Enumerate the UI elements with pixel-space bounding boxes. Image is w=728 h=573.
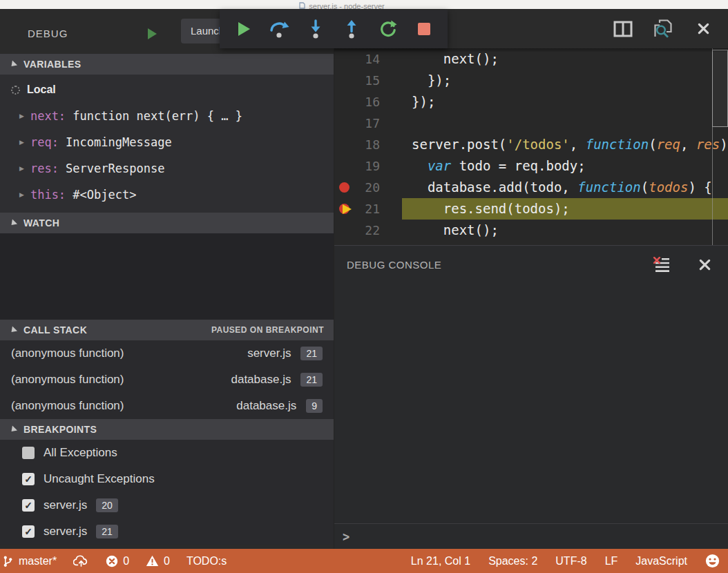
statusbar-item-0[interactable]: 0 xyxy=(106,555,129,567)
statusbar-label: master* xyxy=(19,555,57,567)
statusbar-label: JavaScript xyxy=(635,555,687,567)
section-header-breakpoints[interactable]: BREAKPOINTS xyxy=(0,419,334,440)
callstack-frame-row[interactable]: (anonymous function)database.js9 xyxy=(0,393,334,419)
section-header-call-stack[interactable]: CALL STACK PAUSED ON BREAKPOINT xyxy=(0,320,334,340)
chevron-right-icon: ▶ xyxy=(19,191,24,198)
frame-name: (anonymous function) xyxy=(11,373,231,387)
code-text[interactable]: database.add(todo, function(todos) { xyxy=(402,177,728,198)
debug-restart-button[interactable] xyxy=(376,17,399,41)
close-icon[interactable] xyxy=(692,18,714,40)
debug-step-over-button[interactable] xyxy=(267,17,291,41)
debug-step-into-button[interactable] xyxy=(304,17,327,41)
variables-list: Local ▶next: function next(err) { … }▶re… xyxy=(0,75,334,213)
statusbar-item-utf-8[interactable]: UTF-8 xyxy=(555,555,586,567)
call-stack-list: (anonymous function)server.js21(anonymou… xyxy=(0,340,334,419)
statusbar-item-lf[interactable]: LF xyxy=(605,555,618,567)
breakpoint-checkbox[interactable]: ✓ xyxy=(22,525,35,538)
breakpoint-row[interactable]: ✓server.js20 xyxy=(0,492,334,518)
code-line[interactable]: 14 next(); xyxy=(334,48,728,70)
code-line[interactable]: 15 }); xyxy=(334,70,728,91)
section-header-watch[interactable]: WATCH xyxy=(0,213,334,233)
code-line[interactable]: 20 database.add(todo, function(todos) { xyxy=(334,177,728,198)
statusbar-item-todo-s[interactable]: TODO:s xyxy=(186,555,227,567)
statusbar-item-javascript[interactable]: JavaScript xyxy=(635,555,687,567)
scope-label: Local xyxy=(27,84,56,96)
debug-console-output[interactable] xyxy=(334,284,728,523)
code-text[interactable]: next(); xyxy=(402,220,728,241)
code-token: ) { xyxy=(688,179,711,195)
breakpoint-gutter[interactable] xyxy=(334,91,355,113)
statusbar-item-cloud-upload[interactable] xyxy=(73,555,89,567)
code-line[interactable]: 18server.post('/todos', function(req, re… xyxy=(334,134,728,155)
breakpoint-checkbox[interactable]: ✓ xyxy=(22,473,35,485)
code-text[interactable]: var todo = req.body; xyxy=(402,155,728,177)
debug-console-input[interactable]: > xyxy=(334,523,728,549)
code-token: '/todos' xyxy=(506,137,570,152)
code-text[interactable]: }); xyxy=(402,91,728,113)
statusbar-item-ln-21-col-1[interactable]: Ln 21, Col 1 xyxy=(411,555,470,567)
close-icon[interactable] xyxy=(693,253,716,275)
variable-value: IncomingMessage xyxy=(59,135,172,149)
statusbar-item-spaces-2[interactable]: Spaces: 2 xyxy=(488,555,537,567)
code-token: res.send(todos); xyxy=(443,201,570,216)
breakpoint-gutter[interactable] xyxy=(334,155,355,177)
clear-console-icon[interactable] xyxy=(651,253,673,275)
code-text[interactable]: }); xyxy=(402,70,728,91)
callstack-frame-row[interactable]: (anonymous function)database.js21 xyxy=(0,367,334,393)
breakpoint-gutter[interactable] xyxy=(334,177,355,198)
breakpoint-row[interactable]: ✓server.js21 xyxy=(0,518,334,545)
variable-value: function next(err) { … } xyxy=(66,109,242,123)
code-line[interactable]: 19 var todo = req.body; xyxy=(334,155,728,177)
statusbar-item-smiley[interactable] xyxy=(705,554,720,568)
debug-step-out-button[interactable] xyxy=(340,17,363,41)
code-token: req xyxy=(657,137,680,152)
variable-row[interactable]: ▶req: IncomingMessage xyxy=(0,129,334,155)
debug-continue-button[interactable] xyxy=(231,17,255,41)
debug-console-title: DEBUG CONSOLE xyxy=(347,259,630,271)
frame-line-badge: 21 xyxy=(300,373,323,387)
debug-toolbar[interactable] xyxy=(220,10,448,48)
breakpoint-row[interactable]: All Exceptions xyxy=(0,440,334,466)
code-text[interactable]: server.post('/todos', function(req, res)… xyxy=(402,134,728,155)
code-line[interactable]: 16}); xyxy=(334,91,728,113)
code-text[interactable]: res.send(todos); xyxy=(402,198,728,220)
variable-row[interactable]: ▶res: ServerResponse xyxy=(0,155,334,182)
breakpoint-checkbox[interactable]: ✓ xyxy=(22,499,35,512)
debug-stop-button[interactable] xyxy=(412,17,436,41)
statusbar-item-0[interactable]: 0 xyxy=(146,555,170,567)
breakpoint-label: server.js xyxy=(44,525,87,538)
breakpoint-checkbox[interactable] xyxy=(22,447,35,459)
breakpoint-gutter[interactable] xyxy=(334,113,355,134)
breakpoint-gutter[interactable] xyxy=(334,134,355,155)
start-debug-icon[interactable] xyxy=(148,28,157,39)
editor-scrollbar-slider[interactable] xyxy=(712,50,728,127)
variable-row[interactable]: ▶next: function next(err) { … } xyxy=(0,103,334,129)
breakpoint-gutter[interactable] xyxy=(334,220,355,241)
git-branch-icon xyxy=(2,555,14,567)
section-header-variables[interactable]: VARIABLES xyxy=(0,54,334,75)
variable-value: #<Object> xyxy=(66,188,136,202)
breakpoint-gutter[interactable] xyxy=(334,198,355,220)
frame-file: database.js xyxy=(236,399,296,413)
variable-value: ServerResponse xyxy=(59,162,165,175)
statusbar-item-master[interactable]: master* xyxy=(2,555,57,567)
code-token: todos xyxy=(649,179,688,195)
code-text[interactable] xyxy=(402,113,728,134)
breakpoint-row[interactable]: ✓Uncaught Exceptions xyxy=(0,466,334,492)
code-text[interactable]: next(); xyxy=(402,48,728,70)
debug-console-panel: DEBUG CONSOLE > xyxy=(334,245,728,549)
code-line[interactable]: 22 next(); xyxy=(334,220,728,241)
breakpoint-line-badge: 20 xyxy=(96,498,118,512)
search-preview-icon[interactable] xyxy=(652,18,674,40)
code-line[interactable]: 21 res.send(todos); xyxy=(334,198,728,220)
code-line[interactable]: 17 xyxy=(334,113,728,134)
line-number: 16 xyxy=(355,91,391,113)
callstack-frame-row[interactable]: (anonymous function)server.js21 xyxy=(0,340,334,367)
split-editor-icon[interactable] xyxy=(612,18,634,40)
breakpoint-gutter[interactable] xyxy=(334,70,355,91)
scope-row[interactable]: Local xyxy=(0,77,334,103)
line-number: 14 xyxy=(355,48,391,70)
breakpoint-gutter[interactable] xyxy=(334,48,355,70)
code-area[interactable]: 14 next();15 });16});1718server.post('/t… xyxy=(334,48,728,245)
variable-row[interactable]: ▶this: #<Object> xyxy=(0,182,334,208)
